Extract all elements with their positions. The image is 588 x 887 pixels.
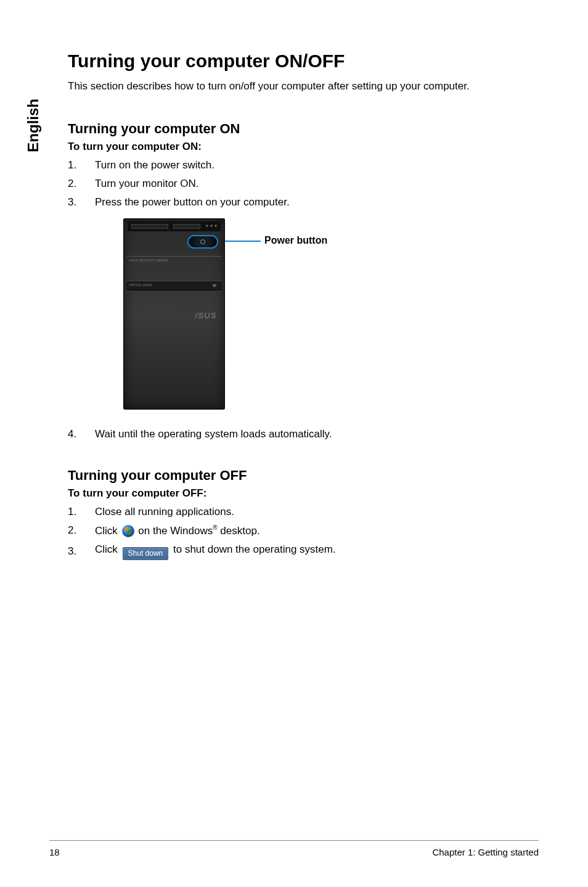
asus-logo: /SUS <box>195 311 216 320</box>
on-steps-continued: 4. Wait until the operating system loads… <box>68 428 539 440</box>
off-steps-list: 1. Close all running applications. 2. Cl… <box>68 506 539 560</box>
page-number: 18 <box>49 847 60 857</box>
tower-label: OPTICAL DRIVE <box>129 283 152 287</box>
tower-top-panel <box>128 221 221 231</box>
step-number: 2. <box>68 178 95 190</box>
section-on-heading: Turning your computer ON <box>68 121 539 137</box>
chapter-label: Chapter 1: Getting started <box>432 847 539 857</box>
list-item: 2. Turn your monitor ON. <box>68 178 539 190</box>
step-number: 1. <box>68 506 95 518</box>
callout-label: Power button <box>264 235 327 246</box>
step-text: Turn on the power switch. <box>95 159 539 171</box>
step-text: Press the power button on your computer. <box>95 196 539 208</box>
computer-tower-illustration: ASUS DESKTOP SERIES OPTICAL DRIVE /SUS <box>123 218 225 410</box>
list-item: 3. Press the power button on your comput… <box>68 196 539 208</box>
step-text: Close all running applications. <box>95 506 539 518</box>
step-text: Click Shut down to shut down the operati… <box>95 543 539 560</box>
list-item: 1. Close all running applications. <box>68 506 539 518</box>
callout-leader-line <box>224 241 261 242</box>
page-footer: 18 Chapter 1: Getting started <box>49 840 539 857</box>
power-button-icon <box>187 235 218 249</box>
step-text: Click on the Windows® desktop. <box>95 524 539 537</box>
tower-label: ASUS DESKTOP SERIES <box>129 258 168 262</box>
step-number: 4. <box>68 428 95 440</box>
shutdown-button-graphic: Shut down <box>123 547 169 560</box>
step-text: Wait until the operating system loads au… <box>95 428 539 440</box>
list-item: 1. Turn on the power switch. <box>68 159 539 171</box>
step-text: Turn your monitor ON. <box>95 178 539 190</box>
step-number: 1. <box>68 159 95 171</box>
language-tab: English <box>25 99 42 152</box>
section-off-heading: Turning your computer OFF <box>68 468 539 484</box>
page-title: Turning your computer ON/OFF <box>68 51 539 72</box>
text-fragment: Click <box>95 543 121 555</box>
step-number: 3. <box>68 196 95 208</box>
text-fragment: to shut down the operating system. <box>170 543 335 555</box>
list-item: 2. Click on the Windows® desktop. <box>68 524 539 537</box>
list-item: 3. Click Shut down to shut down the oper… <box>68 543 539 560</box>
text-fragment: on the Windows <box>136 525 213 537</box>
on-steps-list: 1. Turn on the power switch. 2. Turn you… <box>68 159 539 208</box>
text-fragment: Click <box>95 525 121 537</box>
step-number: 2. <box>68 524 95 537</box>
section-off-subhead: To turn your computer OFF: <box>68 487 539 500</box>
page: English Turning your computer ON/OFF Thi… <box>0 0 588 887</box>
registered-mark: ® <box>213 524 217 531</box>
figure: ASUS DESKTOP SERIES OPTICAL DRIVE /SUS P… <box>123 218 539 410</box>
windows-start-icon <box>122 525 134 537</box>
step-number: 3. <box>68 545 95 558</box>
intro-text: This section describes how to turn on/of… <box>68 80 539 93</box>
section-on-subhead: To turn your computer ON: <box>68 141 539 153</box>
text-fragment: desktop. <box>218 525 260 537</box>
list-item: 4. Wait until the operating system loads… <box>68 428 539 440</box>
